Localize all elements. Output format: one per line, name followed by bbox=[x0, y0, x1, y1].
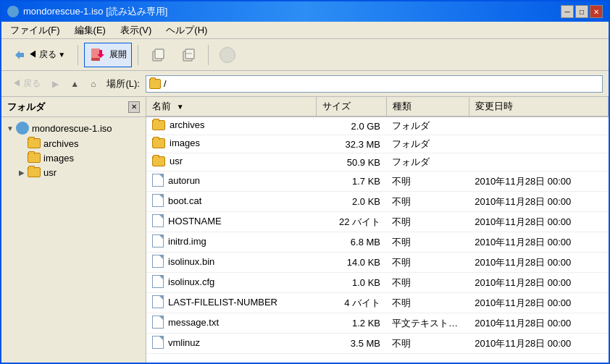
sidebar-tree: ▼ mondorescue-1.iso archives images bbox=[1, 117, 146, 363]
file-name: LAST-FILELIST-NUMBER bbox=[168, 297, 277, 308]
address-bar: ◀ 戻る ▶ ▲ ⌂ 場所(L): / bbox=[1, 71, 609, 97]
cell-date: 2010年11月28日 00:00 bbox=[469, 172, 608, 192]
file-row: initrd.img bbox=[152, 234, 206, 247]
table-row[interactable]: archives 2.0 GB フォルダ bbox=[146, 117, 609, 135]
file-icon bbox=[152, 295, 164, 308]
table-row[interactable]: isolinux.bin 14.0 KB 不明 2010年11月28日 00:0… bbox=[146, 253, 609, 273]
address-input[interactable]: / bbox=[146, 75, 603, 93]
col-header-name[interactable]: 名前 ▼ bbox=[146, 97, 317, 117]
main-window: mondorescue-1.iso [読み込み専用] ─ □ ✕ ファイル(F)… bbox=[0, 0, 610, 364]
sidebar-close-button[interactable]: ✕ bbox=[128, 101, 140, 113]
cell-type: 不明 bbox=[386, 253, 469, 273]
tree-toggle-usr[interactable]: ▶ bbox=[16, 166, 28, 178]
sidebar-item-images[interactable]: images bbox=[1, 151, 146, 165]
toolbar-sep-3 bbox=[208, 45, 209, 65]
sidebar-item-root[interactable]: ▼ mondorescue-1.iso bbox=[1, 120, 146, 136]
tree-toggle-images[interactable] bbox=[16, 152, 28, 164]
table-row[interactable]: boot.cat 2.0 KB 不明 2010年11月28日 00:00 bbox=[146, 192, 609, 212]
cell-type: 不明 bbox=[386, 172, 469, 192]
cell-size: 14.0 KB bbox=[317, 253, 386, 273]
cell-name: boot.cat bbox=[146, 192, 317, 212]
copy-icon bbox=[149, 46, 167, 64]
sidebar-item-label-usr: usr bbox=[43, 167, 57, 178]
sidebar-item-usr[interactable]: ▶ usr bbox=[1, 165, 146, 179]
sidebar-item-label-images: images bbox=[43, 153, 74, 164]
col-header-date[interactable]: 変更日時 bbox=[469, 97, 608, 117]
minimize-button[interactable]: ─ bbox=[561, 5, 574, 18]
folder-icon bbox=[152, 156, 165, 166]
file-row: usr bbox=[152, 156, 183, 166]
folder-icon bbox=[152, 120, 165, 130]
cell-name: HOSTNAME bbox=[146, 212, 317, 232]
nav-buttons: ◀ 戻る ▶ ▲ ⌂ bbox=[7, 75, 101, 93]
table-row[interactable]: message.txt 1.2 KB 平文テキスト… 2010年11月28日 0… bbox=[146, 313, 609, 334]
table-row[interactable]: images 32.3 MB フォルダ bbox=[146, 135, 609, 153]
paste-button[interactable] bbox=[175, 43, 202, 67]
menu-view[interactable]: 表示(V) bbox=[114, 22, 157, 38]
file-name: vmlinuz bbox=[168, 337, 200, 348]
nav-home-button[interactable]: ⌂ bbox=[85, 75, 101, 93]
cell-name: isolinux.bin bbox=[146, 253, 317, 273]
nav-forward-button[interactable]: ▶ bbox=[47, 75, 64, 93]
window-controls: ─ □ ✕ bbox=[561, 5, 603, 18]
stop-button[interactable] bbox=[214, 43, 241, 67]
sidebar-title: フォルダ bbox=[7, 101, 45, 114]
main-content: フォルダ ✕ ▼ mondorescue-1.iso archives bbox=[1, 97, 609, 363]
file-name: HOSTNAME bbox=[168, 216, 222, 227]
window-title: mondorescue-1.iso [読み込み専用] bbox=[23, 5, 167, 18]
cell-size: 32.3 MB bbox=[317, 135, 386, 153]
menu-file[interactable]: ファイル(F) bbox=[4, 22, 66, 38]
file-row: message.txt bbox=[152, 316, 219, 329]
table-row[interactable]: isolinux.cfg 1.0 KB 不明 2010年11月28日 00:00 bbox=[146, 273, 609, 293]
file-row: autorun bbox=[152, 174, 200, 187]
menu-edit[interactable]: 編集(E) bbox=[69, 22, 112, 38]
back-button[interactable]: ◀ 戻る ▼ bbox=[6, 43, 72, 67]
table-row[interactable]: vmlinuz 3.5 MB 不明 2010年11月28日 00:00 bbox=[146, 334, 609, 354]
file-list: 名前 ▼ サイズ 種類 変更日時 bbox=[146, 97, 609, 363]
cell-date: 2010年11月28日 00:00 bbox=[469, 232, 608, 253]
table-row[interactable]: HOSTNAME 22 バイト 不明 2010年11月28日 00:00 bbox=[146, 212, 609, 232]
col-header-size[interactable]: サイズ bbox=[317, 97, 386, 117]
cell-name: archives bbox=[146, 117, 317, 135]
menu-help[interactable]: ヘルプ(H) bbox=[160, 22, 213, 38]
cell-date bbox=[469, 135, 608, 153]
table-row[interactable]: initrd.img 6.8 MB 不明 2010年11月28日 00:00 bbox=[146, 232, 609, 253]
cell-name: LAST-FILELIST-NUMBER bbox=[146, 293, 317, 313]
file-icon bbox=[152, 275, 164, 288]
cell-size: 1.0 KB bbox=[317, 273, 386, 293]
sidebar-item-label-archives: archives bbox=[43, 138, 78, 149]
table-row[interactable]: autorun 1.7 KB 不明 2010年11月28日 00:00 bbox=[146, 172, 609, 192]
file-name: message.txt bbox=[168, 317, 219, 328]
col-header-type[interactable]: 種類 bbox=[386, 97, 469, 117]
sidebar-item-archives[interactable]: archives bbox=[1, 136, 146, 151]
nav-back-button[interactable]: ◀ 戻る bbox=[7, 75, 46, 93]
cell-type: 不明 bbox=[386, 334, 469, 354]
table-row[interactable]: usr 50.9 KB フォルダ bbox=[146, 153, 609, 172]
tree-toggle-root[interactable]: ▼ bbox=[4, 122, 16, 134]
close-button[interactable]: ✕ bbox=[590, 5, 603, 18]
cell-type: フォルダ bbox=[386, 153, 469, 172]
back-dropdown-arrow[interactable]: ▼ bbox=[57, 51, 67, 59]
nav-up-button[interactable]: ▲ bbox=[65, 75, 84, 93]
cell-size: 1.7 KB bbox=[317, 172, 386, 192]
folder-icon-images bbox=[28, 153, 41, 163]
sort-arrow-icon: ▼ bbox=[177, 103, 184, 111]
file-icon bbox=[152, 194, 164, 207]
cell-date: 2010年11月28日 00:00 bbox=[469, 212, 608, 232]
cell-size: 2.0 KB bbox=[317, 192, 386, 212]
menu-bar: ファイル(F) 編集(E) 表示(V) ヘルプ(H) bbox=[1, 22, 609, 39]
stop-icon bbox=[220, 47, 235, 63]
maximize-button[interactable]: □ bbox=[575, 5, 588, 18]
file-row: LAST-FILELIST-NUMBER bbox=[152, 295, 277, 308]
table-row[interactable]: LAST-FILELIST-NUMBER 4 バイト 不明 2010年11月28… bbox=[146, 293, 609, 313]
cell-date bbox=[469, 153, 608, 172]
file-name: autorun bbox=[168, 175, 200, 186]
copy-button[interactable] bbox=[144, 43, 172, 67]
address-value: / bbox=[164, 78, 167, 89]
extract-button[interactable]: 展開 bbox=[84, 43, 132, 67]
file-icon bbox=[152, 255, 164, 268]
tree-toggle-archives[interactable] bbox=[16, 137, 28, 149]
cell-name: initrd.img bbox=[146, 232, 317, 253]
address-folder-icon bbox=[149, 79, 161, 89]
paste-icon bbox=[180, 46, 197, 64]
